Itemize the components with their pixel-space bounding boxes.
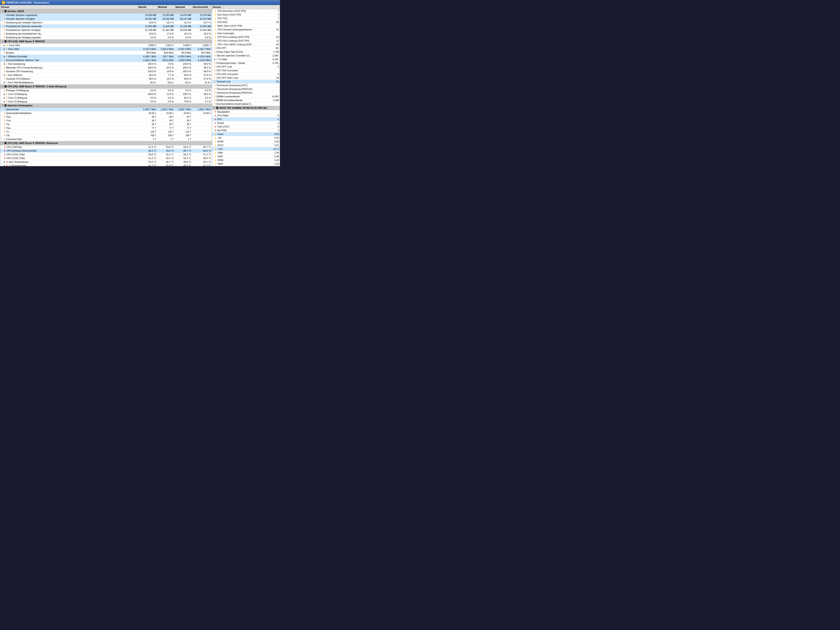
right-row-asus_tuf-3[interactable]: ▼ Temp9 2 [212,121,280,125]
data-row-cpu_main-4[interactable]: © Durchschnittlicher effektiver Takt 4,1… [0,58,212,62]
row-expand-icon[interactable]: ▶ [4,100,5,103]
right-row-asus_tuf-0[interactable]: ▼ Hauptplatine [212,110,280,114]
data-row-cpu_enhanced-0[interactable]: ▼ CPU (Tctl/Tdie) 61.4 °C 53.8 °C 62.0 °… [0,145,212,149]
expand-icon-cpu_enhanced[interactable]: ▼ [2,142,3,144]
data-row-cpu_main-10[interactable]: ▶© Kern-Takt-Multiplikatoren 42.0 x 33.6… [0,81,212,84]
expand-icon-system_asus[interactable]: ▼ [2,10,3,12]
data-row-speicher-0[interactable]: © Speichertakt 2,395.7 MHz 2,395.7 MHz 2… [0,107,212,111]
section-header-cpu_enhanced[interactable]: ▼ CPU [#0]: AMD Ryzen 9 7950X3D: Enhance… [0,141,212,145]
right-row-cpu_sensors-24[interactable]: © DRAM-Schreibbandbreite 5.498 [212,98,280,102]
data-row-speicher-3[interactable]: © Trcd 39 T 39 T 39 T [0,119,212,123]
data-row-system_asus-3[interactable]: © Physikalischer Speicher verwendet 12,9… [0,25,212,28]
right-row-asus_tuf-8[interactable]: ⚡ AVSB 3.40 [212,140,280,144]
right-row-asus_tuf-10[interactable]: ⚡ +12V 12.17 [212,147,280,151]
right-row-asus_tuf-12[interactable]: ⚡ VIN4 0.48 [212,155,280,158]
right-panel[interactable]: Sensor ⚡ CPU-Kernstrom (SVI3 TFN) 7 ⚡ So… [212,5,280,166]
right-row-cpu_sensors-0[interactable]: ⚡ CPU-Kernstrom (SVI3 TFN) 7 [212,9,280,13]
data-row-cpu_main-9[interactable]: © Gesamte CPU-Effizienz 99.0 % 19.5 % 99… [0,77,212,81]
data-row-speicher-1[interactable]: © Speichertakt-Multiplikator 24.00 x 24.… [0,111,212,115]
right-row-asus_tuf-5[interactable]: ▼ AUXTIN5 2 [212,129,280,133]
right-expand-icon-asus_tuf[interactable]: ▼ [213,107,215,109]
right-row-cpu_sensors-1[interactable]: ⚡ SoC-Strom (SVI3 TFN) 7 [212,13,280,17]
right-row-cpu_sensors-14[interactable]: © Frequenzgrenzwert - Global 5,750. [212,61,280,65]
section-header-speicher[interactable]: ▼ Speicher-Zeitangaben [0,103,212,107]
data-row-speicher-4[interactable]: © Trp 39 T 39 T 39 T [0,123,212,126]
row-expand-icon[interactable]: ▶ [4,48,5,50]
data-row-cpu_cstate-0[interactable]: © Package C6 Belegung 0.0 % 0.0 % 0.3 % … [0,88,212,92]
data-row-system_asus-5[interactable]: © Auslastung des physikalischen Sp... 20… [0,32,212,36]
right-row-cpu_sensors-15[interactable]: © CPU PPT Limit 5 [212,65,280,69]
section-header-cpu_cstate[interactable]: ▼ CPU [#0]: AMD Ryzen 9 7950X3D: C-State… [0,84,212,88]
row-expand-icon[interactable]: ▶ [4,44,5,46]
data-row-system_asus-1[interactable]: © Virtueller Speicher verfügbar 54,391 M… [0,17,212,21]
right-row-cpu_sensors-25[interactable]: © Durchschnittliche Anzahl aktiver K... [212,102,280,106]
section-header-system_asus[interactable]: ▼ System: ASUS [0,9,212,13]
data-row-cpu_enhanced-5[interactable]: ▶▼ L3-Temperaturen 41.7 °C 35.8 °C 42.5 … [0,164,212,166]
right-row-cpu_sensors-22[interactable]: © Thermische Drosselung (PROCHO... [212,91,280,95]
right-row-asus_tuf-11[interactable]: ⚡ VIN8 1.04 [212,151,280,155]
right-row-cpu_sensors-21[interactable]: © Thermische Drosselung (PROCHO... [212,87,280,91]
right-section-header-asus_tuf[interactable]: ▼ ASUS TUF GAMING X670E-PLUS WIFI (Nu [212,106,280,110]
right-row-asus_tuf-7[interactable]: ⚡ +5V 5.02 [212,136,280,140]
data-row-speicher-6[interactable]: © Trc 116 T 116 T 116 T [0,130,212,134]
right-row-cpu_sensors-19[interactable]: © Thermal Limit 61 [212,80,280,84]
data-row-cpu_main-1[interactable]: ▶© Kern-Takte 4,192.4 MHz 3,354.0 MHz 4,… [0,47,212,51]
data-row-cpu_enhanced-1[interactable]: ▼ CPU-Gehäuse (Durchschnitt) 60.2 °C 44.… [0,149,212,153]
row-expand-icon[interactable]: ▶ [4,93,5,95]
left-panel[interactable]: Sensor Aktuell Minimal Maximal Durchschn… [0,5,212,166]
data-row-system_asus-0[interactable]: © Virtueller Speicher zugewiesen 14,359 … [0,13,212,17]
data-row-cpu_main-7[interactable]: © Gesamte CPU-Auslastung 100.0 % 19.8 % … [0,69,212,73]
row-expand-icon[interactable]: ▶ [4,55,5,57]
right-row-cpu_sensors-7[interactable]: ⚡ CPU Kern-Leistung (SVI3 TFN) 63 [212,35,280,39]
row-expand-icon[interactable]: ▶ [4,161,5,163]
data-row-cpu_main-5[interactable]: ▶© Kern-Auslastung 100.0 % 7.8 % 100.0 %… [0,62,212,66]
right-row-cpu_sensors-18[interactable]: © CPU PPT FAST Limit 50 [212,76,280,80]
data-row-speicher-8[interactable]: © Command Rate 1 T 1 T 1 T [0,137,212,141]
row-expand-icon[interactable]: ▶ [4,63,5,65]
data-row-system_asus-6[interactable]: © Auslastung der Auslagerungsdatei 0.0 %… [0,36,212,39]
right-row-cpu_sensors-20[interactable]: © Thermische Drosselung (HTC) [212,84,280,87]
data-row-cpu_main-8[interactable]: ▶© Kern-Effizienz 99.0 % 7.7 % 99.0 % 97… [0,73,212,77]
expand-icon-cpu_cstate[interactable]: ▼ [2,85,3,87]
right-row-cpu_sensors-9[interactable]: ⚡ CPU +SoC+MISC Leistung (SVI3 ... 84 [212,43,280,46]
expand-icon-cpu_main[interactable]: ▼ [2,40,3,43]
right-row-cpu_sensors-8[interactable]: ⚡ CPU-SoC-Leistung (SVI3 TFN) 12 [212,39,280,43]
right-row-cpu_sensors-2[interactable]: ⚡ CPU TDC 7 [212,17,280,21]
right-row-cpu_sensors-13[interactable]: ▶© L3 Takte 4,199. [212,57,280,61]
data-row-cpu_cstate-1[interactable]: ▶© Core C0 Belegung 100.0 % 11.0 % 100.0… [0,92,212,96]
right-row-cpu_sensors-23[interactable]: © DRAM-Lesebandbreite 14.997 [212,95,280,98]
row-expand-icon[interactable]: ▶ [4,97,5,99]
row-expand-icon[interactable]: ▶ [4,164,5,166]
right-row-cpu_sensors-3[interactable]: ⚡ CPU EDC 82 [212,21,280,24]
right-row-cpu_sensors-16[interactable]: © CPU TDC-Grenzwert [212,69,280,73]
data-row-cpu_main-0[interactable]: ▶⚡ Core VIDs 0.882 V 0.815 V 0.900 V 0.8… [0,44,212,47]
row-expand-icon[interactable]: ▶ [4,74,5,76]
row-expand-icon[interactable]: ▶ [4,81,5,84]
data-row-system_asus-4[interactable]: © Physikalischer Speicher verfügbar 51,7… [0,28,212,32]
data-row-cpu_main-2[interactable]: © Bustakt 99.8 MHz 99.8 MHz 99.8 MHz 99.… [0,51,212,55]
right-row-cpu_sensors-5[interactable]: ⚡ CPU-Gesamt-Leistungsaufnahme 92 [212,28,280,32]
data-row-cpu_cstate-3[interactable]: ▶© Core C6 Belegung 0.0 % 0.0 % 79.8 % 0… [0,100,212,103]
right-row-cpu_sensors-6[interactable]: ⚡ Kern-Leistungen [212,32,280,35]
data-row-speicher-7[interactable]: © Trfc 708 T 708 T 708 T [0,134,212,137]
right-row-cpu_sensors-12[interactable]: © Takt des Speicher-Controllers (U... 2,… [212,54,280,57]
expand-icon-speicher[interactable]: ▼ [2,104,3,107]
right-row-asus_tuf-9[interactable]: ⚡ 3VCC 3.31 [212,144,280,147]
data-row-cpu_enhanced-3[interactable]: ▼ CPU CCD2 (Tdie) 51.2 °C 39.1 °C 52.6 °… [0,156,212,160]
right-row-asus_tuf-13[interactable]: ⚡ 3VSB 3.40 [212,158,280,162]
data-row-speicher-5[interactable]: © Tras 77 T 77 T 77 T [0,126,212,130]
right-row-cpu_sensors-17[interactable]: © CPU EDC-Grenzwert 4 [212,73,280,76]
right-row-cpu_sensors-4[interactable]: ⚡ MISC-Strom (SVI3 TFN) [212,24,280,28]
right-row-cpu_sensors-11[interactable]: © Infinity Fabric Takt (FCLK) 1,796 [212,50,280,54]
data-row-cpu_enhanced-2[interactable]: ▼ CPU CCD1 (Tdie) 58.8 °C 42.2 °C 60.2 °… [0,153,212,156]
right-row-asus_tuf-2[interactable]: ▼ CPU 5 [212,117,280,121]
right-row-expand-icon[interactable]: ▶ [214,58,216,60]
section-header-cpu_main[interactable]: ▼ CPU [#0]: AMD Ryzen 9 7950X3D [0,39,212,44]
data-row-cpu_enhanced-4[interactable]: ▶▼ Kern-Temperaturen 54.2 °C 36.7 °C 59.… [0,160,212,164]
data-row-system_asus-2[interactable]: © Auslastung des virtuellen Speichers 20… [0,21,212,25]
right-row-asus_tuf-6[interactable]: ⚡ Vcore 0.92 [212,133,280,136]
right-row-asus_tuf-1[interactable]: ▼ CPU-Paket 6 [212,114,280,117]
data-row-cpu_main-3[interactable]: ▶© Effektive Kerntakte 4,186.1 MHz 326.7… [0,55,212,58]
data-row-cpu_cstate-2[interactable]: ▶© Core C1 Belegung 0.0 % 0.0 % 60.5 % 0… [0,96,212,100]
right-row-asus_tuf-14[interactable]: ⚡ VBAT 3.28 [212,162,280,166]
